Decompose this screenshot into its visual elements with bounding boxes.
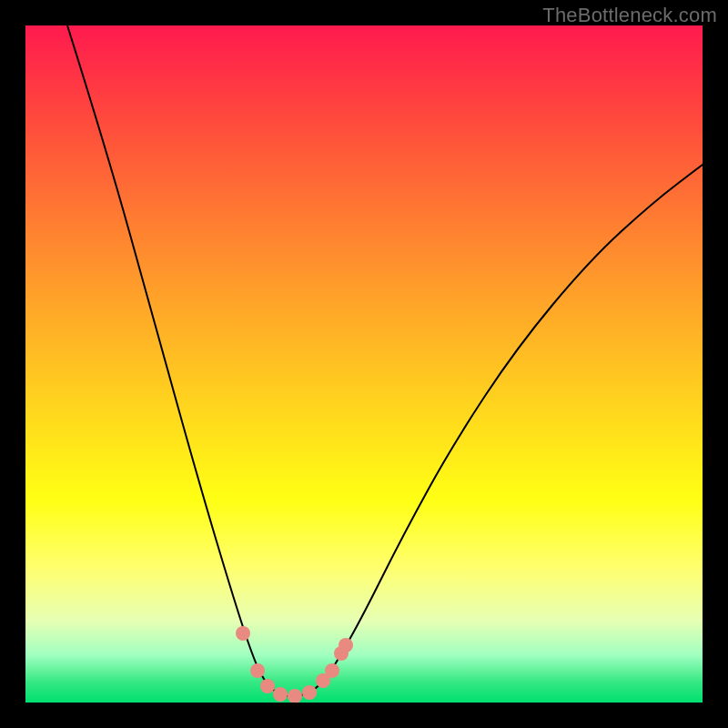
watermark-text: TheBottleneck.com <box>542 4 717 27</box>
bottleneck-curve <box>67 25 703 696</box>
plot-area <box>25 25 703 703</box>
curve-marker <box>302 685 317 700</box>
curve-markers <box>236 626 353 703</box>
curve-marker <box>288 689 302 703</box>
curve-marker <box>260 679 275 693</box>
chart-frame: TheBottleneck.com <box>0 0 728 728</box>
curve-marker <box>339 638 353 652</box>
curve-svg <box>25 25 703 703</box>
curve-marker <box>236 626 250 641</box>
curve-marker <box>250 663 265 678</box>
curve-marker <box>273 687 288 702</box>
curve-marker <box>325 663 339 678</box>
